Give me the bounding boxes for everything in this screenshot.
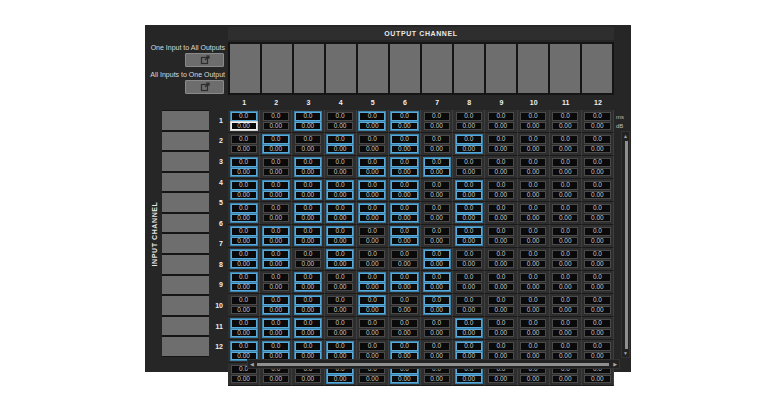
gain-db-field[interactable]: 0.00	[488, 306, 514, 315]
delay-ms-field[interactable]: 0.0	[391, 112, 417, 121]
gain-db-field[interactable]: 0.00	[295, 260, 321, 269]
input-channel-block[interactable]	[162, 173, 209, 192]
delay-ms-field[interactable]: 0.0	[327, 296, 353, 305]
delay-ms-field[interactable]: 0.0	[552, 319, 578, 328]
gain-db-field[interactable]: 0.00	[424, 260, 450, 269]
delay-ms-field[interactable]: 0.0	[327, 158, 353, 167]
gain-db-field[interactable]: 0.00	[263, 375, 289, 384]
gain-db-field[interactable]: 0.00	[327, 145, 353, 154]
delay-ms-field[interactable]: 0.0	[424, 227, 450, 236]
delay-ms-field[interactable]: 0.0	[263, 319, 289, 328]
gain-db-field[interactable]: 0.00	[552, 122, 578, 131]
vertical-scrollbar-thumb[interactable]	[625, 141, 628, 349]
delay-ms-field[interactable]: 0.0	[456, 250, 482, 259]
gain-db-field[interactable]: 0.00	[520, 306, 546, 315]
gain-db-field[interactable]: 0.00	[520, 283, 546, 292]
gain-db-field[interactable]: 0.00	[488, 237, 514, 246]
gain-db-field[interactable]: 0.00	[552, 306, 578, 315]
delay-ms-field[interactable]: 0.0	[424, 319, 450, 328]
input-channel-block[interactable]	[162, 193, 209, 212]
gain-db-field[interactable]: 0.00	[488, 283, 514, 292]
delay-ms-field[interactable]: 0.0	[263, 273, 289, 282]
scroll-up-icon[interactable]: ▲	[622, 133, 629, 139]
delay-ms-field[interactable]: 0.0	[456, 181, 482, 190]
gain-db-field[interactable]: 0.00	[327, 306, 353, 315]
delay-ms-field[interactable]: 0.0	[231, 135, 257, 144]
delay-ms-field[interactable]: 0.0	[488, 273, 514, 282]
gain-db-field[interactable]: 0.00	[359, 168, 385, 177]
delay-ms-field[interactable]: 0.0	[231, 319, 257, 328]
gain-db-field[interactable]: 0.00	[424, 237, 450, 246]
gain-db-field[interactable]: 0.00	[456, 145, 482, 154]
delay-ms-field[interactable]: 0.0	[584, 227, 610, 236]
gain-db-field[interactable]: 0.00	[520, 329, 546, 338]
gain-db-field[interactable]: 0.00	[295, 329, 321, 338]
gain-db-field[interactable]: 0.00	[552, 283, 578, 292]
delay-ms-field[interactable]: 0.0	[584, 135, 610, 144]
gain-db-field[interactable]: 0.00	[456, 214, 482, 223]
delay-ms-field[interactable]: 0.0	[456, 342, 482, 351]
gain-db-field[interactable]: 0.00	[359, 306, 385, 315]
delay-ms-field[interactable]: 0.0	[520, 158, 546, 167]
delay-ms-field[interactable]: 0.0	[295, 250, 321, 259]
delay-ms-field[interactable]: 0.0	[424, 158, 450, 167]
delay-ms-field[interactable]: 0.0	[327, 250, 353, 259]
gain-db-field[interactable]: 0.00	[584, 168, 610, 177]
gain-db-field[interactable]: 0.00	[391, 168, 417, 177]
gain-db-field[interactable]: 0.00	[263, 260, 289, 269]
gain-db-field[interactable]: 0.00	[327, 329, 353, 338]
one-to-all-button[interactable]	[185, 53, 224, 67]
delay-ms-field[interactable]: 0.0	[391, 158, 417, 167]
delay-ms-field[interactable]: 0.0	[295, 296, 321, 305]
delay-ms-field[interactable]: 0.0	[520, 181, 546, 190]
delay-ms-field[interactable]: 0.0	[327, 342, 353, 351]
gain-db-field[interactable]: 0.00	[424, 191, 450, 200]
delay-ms-field[interactable]: 0.0	[359, 158, 385, 167]
gain-db-field[interactable]: 0.00	[584, 214, 610, 223]
gain-db-field[interactable]: 0.00	[263, 145, 289, 154]
gain-db-field[interactable]: 0.00	[327, 283, 353, 292]
gain-db-field[interactable]: 0.00	[359, 122, 385, 131]
delay-ms-field[interactable]: 0.0	[520, 204, 546, 213]
delay-ms-field[interactable]: 0.0	[488, 158, 514, 167]
gain-db-field[interactable]: 0.00	[456, 122, 482, 131]
gain-db-field[interactable]: 0.00	[520, 375, 546, 384]
output-channel-block[interactable]	[550, 44, 580, 93]
delay-ms-field[interactable]: 0.0	[231, 342, 257, 351]
delay-ms-field[interactable]: 0.0	[424, 204, 450, 213]
gain-db-field[interactable]: 0.00	[359, 191, 385, 200]
gain-db-field[interactable]: 0.00	[391, 283, 417, 292]
gain-db-field[interactable]: 0.00	[584, 237, 610, 246]
delay-ms-field[interactable]: 0.0	[359, 112, 385, 121]
delay-ms-field[interactable]: 0.0	[295, 135, 321, 144]
gain-db-field[interactable]: 0.00	[295, 375, 321, 384]
gain-db-field[interactable]: 0.00	[456, 168, 482, 177]
delay-ms-field[interactable]: 0.0	[327, 112, 353, 121]
gain-db-field[interactable]: 0.00	[488, 145, 514, 154]
delay-ms-field[interactable]: 0.0	[295, 158, 321, 167]
delay-ms-field[interactable]: 0.0	[584, 204, 610, 213]
gain-db-field[interactable]: 0.00	[520, 260, 546, 269]
delay-ms-field[interactable]: 0.0	[263, 250, 289, 259]
delay-ms-field[interactable]: 0.0	[327, 227, 353, 236]
delay-ms-field[interactable]: 0.0	[327, 204, 353, 213]
delay-ms-field[interactable]: 0.0	[391, 135, 417, 144]
delay-ms-field[interactable]: 0.0	[391, 181, 417, 190]
delay-ms-field[interactable]: 0.0	[584, 158, 610, 167]
gain-db-field[interactable]: 0.00	[359, 214, 385, 223]
output-channel-block[interactable]	[262, 44, 292, 93]
gain-db-field[interactable]: 0.00	[327, 375, 353, 384]
gain-db-field[interactable]: 0.00	[327, 191, 353, 200]
gain-db-field[interactable]: 0.00	[584, 283, 610, 292]
gain-db-field[interactable]: 0.00	[456, 375, 482, 384]
delay-ms-field[interactable]: 0.0	[424, 135, 450, 144]
gain-db-field[interactable]: 0.00	[520, 122, 546, 131]
delay-ms-field[interactable]: 0.0	[456, 296, 482, 305]
gain-db-field[interactable]: 0.00	[231, 237, 257, 246]
gain-db-field[interactable]: 0.00	[231, 283, 257, 292]
gain-db-field[interactable]: 0.00	[231, 260, 257, 269]
input-channel-block[interactable]	[162, 296, 209, 315]
horizontal-scrollbar[interactable]: ◀ ▶	[247, 359, 620, 369]
delay-ms-field[interactable]: 0.0	[424, 296, 450, 305]
input-channel-block[interactable]	[162, 234, 209, 253]
